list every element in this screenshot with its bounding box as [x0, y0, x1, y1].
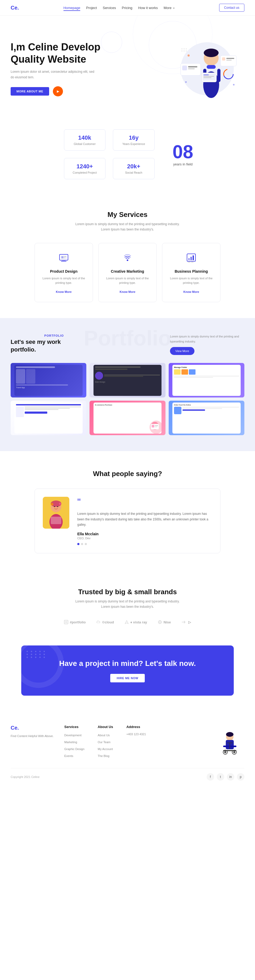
- testimonial-dot-2[interactable]: [85, 543, 87, 545]
- footer-phone: +403 123 4321: [126, 733, 146, 736]
- portfolio-item-label-1: Travel App: [16, 387, 81, 388]
- portfolio-item-travel-app[interactable]: Travel App: [11, 363, 86, 398]
- svg-point-27: [186, 48, 187, 49]
- testimonial-content: " Lorem ipsum is simply dummy text of th…: [77, 497, 212, 545]
- monitor-icon: [57, 251, 71, 265]
- know-more-1[interactable]: Know More: [120, 290, 135, 293]
- hero-section: I,m Celine Develop Quality Website Lorem…: [0, 16, 255, 119]
- stats-section: 140k Global Customer 16y Years Experienc…: [0, 119, 255, 195]
- svg-rect-36: [64, 256, 66, 257]
- services-subtitle: Lorem ipsum is simply dummy text of the …: [74, 221, 181, 232]
- more-about-me-button[interactable]: MORE ABOUT ME: [11, 87, 49, 95]
- brand-logo-cloud: ©cloud: [96, 620, 114, 624]
- footer-link-marketing[interactable]: Marketing: [64, 740, 77, 744]
- footer-link-my-account[interactable]: My Account: [98, 748, 113, 751]
- cta-title: Have a project in mind? Let's talk now.: [32, 659, 223, 668]
- testimonial-dots: [77, 543, 212, 545]
- svg-rect-14: [188, 66, 198, 67]
- portfolio-item-label-6: Order Food Via Online: [174, 404, 239, 406]
- nav-homepage[interactable]: Homepage: [64, 6, 80, 11]
- footer-bottom: Copyright 2021 Celine f t in p: [11, 768, 244, 781]
- svg-rect-50: [155, 427, 157, 427]
- cta-wrapper: Have a project in mind? Let's talk now. …: [0, 640, 255, 711]
- svg-point-55: [54, 506, 55, 507]
- svg-rect-57: [51, 517, 61, 524]
- play-button[interactable]: [53, 86, 63, 96]
- footer-services-list: Development Marketing Graphic Design Eve…: [64, 733, 84, 758]
- footer-link-events[interactable]: Events: [64, 754, 73, 757]
- service-card-business-planning: Business Planning Lorem ipsum is simply …: [162, 243, 220, 302]
- nav-pricing[interactable]: Pricing: [122, 6, 132, 10]
- portfolio-item-ecommerce[interactable]: [11, 401, 86, 435]
- portfolio-header-title: Let's see my work portfolio.: [11, 338, 64, 353]
- svg-point-66: [226, 732, 233, 737]
- chart-icon: [184, 251, 198, 265]
- nav-project[interactable]: Project: [86, 6, 97, 10]
- know-more-0[interactable]: Know More: [56, 290, 72, 293]
- footer-social: f t in p: [207, 773, 244, 781]
- svg-rect-49: [155, 425, 158, 426]
- testimonial-role: CEO, Dev: [77, 536, 212, 540]
- portfolio-desc: Lorem ipsum is simply dummy text of the …: [170, 334, 244, 344]
- know-more-2[interactable]: Know More: [183, 290, 199, 293]
- footer-columns: Services Development Marketing Graphic D…: [64, 725, 207, 760]
- stat-years-in-field: 08 years in field: [173, 143, 193, 166]
- footer-link-graphic-design[interactable]: Graphic Design: [64, 748, 84, 751]
- portfolio-header-left: PORTFOLIO Let's see my work portfolio.: [11, 334, 64, 353]
- footer-brand-desc: Find Content Helpful With Above.: [11, 733, 54, 739]
- svg-point-29: [183, 51, 185, 51]
- svg-point-30: [186, 51, 187, 51]
- testimonial-dot-0[interactable]: [77, 543, 80, 545]
- svg-point-26: [183, 48, 185, 49]
- svg-rect-10: [204, 76, 214, 77]
- brand-logo-nise: Nise: [158, 620, 171, 624]
- social-linkedin[interactable]: in: [227, 773, 234, 781]
- testimonial-text: Lorem ipsum is simply dummy text of the …: [77, 511, 212, 527]
- portfolio-item-order-food[interactable]: Order Food Via Online: [169, 401, 244, 435]
- svg-rect-13: [182, 65, 187, 70]
- svg-rect-35: [61, 256, 64, 258]
- portfolio-item-dark-design[interactable]: Dark Design: [89, 363, 165, 398]
- nav-services[interactable]: Services: [103, 6, 116, 10]
- svg-rect-4: [207, 65, 216, 69]
- portfolio-item-ecommerce-purchase[interactable]: E-commerce Purchase: [89, 401, 165, 435]
- service-desc-2: Lorem ipsum is simply text of the printi…: [169, 276, 214, 285]
- testimonial-dot-1[interactable]: [81, 543, 83, 545]
- contact-us-button[interactable]: Contact us: [219, 4, 244, 12]
- footer-link-development[interactable]: Development: [64, 733, 81, 737]
- social-facebook[interactable]: f: [207, 773, 214, 781]
- footer-link-the-blog[interactable]: The Blog: [98, 754, 110, 757]
- brand-icon-5: [182, 620, 187, 624]
- hero-buttons: MORE ABOUT ME: [11, 86, 122, 96]
- footer-link-about-us[interactable]: About Us: [98, 733, 110, 737]
- service-title-1: Creative Marketing: [105, 269, 150, 274]
- nav-how-it-works[interactable]: How it works: [138, 6, 158, 10]
- hire-me-button[interactable]: HIRE ME NOW: [110, 674, 145, 682]
- stat-years-experience: 16y Years Experience: [113, 129, 155, 151]
- stat-completed-project: 1240+ Completed Project: [64, 158, 106, 179]
- testimonial-title: What people saying?: [11, 470, 244, 478]
- footer-link-our-team[interactable]: Our Team: [98, 740, 110, 744]
- svg-rect-15: [188, 68, 195, 69]
- services-grid: Product Design Lorem ipsum is simply tex…: [11, 243, 244, 302]
- svg-rect-73: [223, 750, 236, 751]
- svg-rect-43: [193, 255, 194, 260]
- social-twitter[interactable]: t: [217, 773, 224, 781]
- social-pinterest[interactable]: p: [237, 773, 244, 781]
- portfolio-item-manage-folder[interactable]: Manage Folder: [169, 363, 244, 398]
- brands-section: Trusted by big & small brands Lorem ipsu…: [0, 572, 255, 640]
- svg-rect-16: [220, 56, 236, 66]
- portfolio-item-label-5: E-commerce Purchase: [95, 404, 160, 406]
- cta-dots-decoration: [27, 651, 46, 658]
- quote-icon: ": [77, 497, 212, 508]
- portfolio-item-inner-4: [14, 402, 83, 434]
- svg-point-22: [188, 54, 190, 57]
- view-more-button[interactable]: View More: [170, 347, 194, 355]
- footer-logo: Ce.: [11, 725, 54, 731]
- service-title-2: Business Planning: [169, 269, 214, 274]
- portfolio-label: PORTFOLIO: [11, 334, 64, 337]
- svg-point-23: [185, 81, 187, 83]
- footer-col-heading-about: About Us: [98, 725, 113, 729]
- nav-more[interactable]: More: [164, 6, 172, 10]
- footer-top: Ce. Find Content Helpful With Above. Ser…: [11, 725, 244, 760]
